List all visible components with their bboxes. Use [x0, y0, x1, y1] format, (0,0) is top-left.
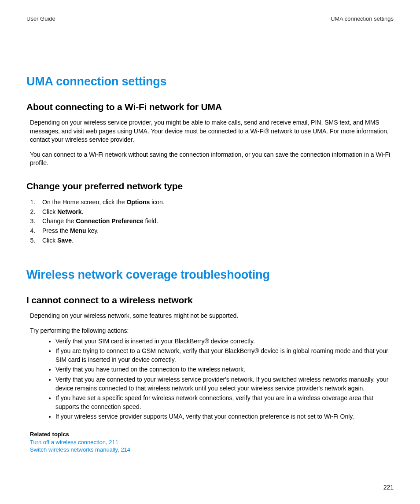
page-header: User Guide UMA connection settings [26, 15, 394, 22]
list-item: If you are trying to connect to a GSM ne… [55, 347, 394, 364]
document-page: User Guide UMA connection settings UMA c… [0, 0, 420, 504]
related-link[interactable]: Switch wireless networks manually, 214 [30, 446, 394, 454]
list-item: If your wireless service provider suppor… [55, 412, 394, 421]
troubleshoot-list: Verify that your SIM card is inserted in… [26, 337, 394, 421]
subheading-cannot-connect: I cannot connect to a wireless network [26, 295, 394, 305]
related-link[interactable]: Turn off a wireless connection, 211 [30, 438, 394, 446]
step-item: Change the Connection Preference field. [37, 217, 394, 226]
list-item: Verify that you are connected to your wi… [55, 375, 394, 393]
header-right: UMA connection settings [331, 15, 394, 22]
step-item: Click Save. [37, 236, 394, 246]
list-item: Verify that your SIM card is inserted in… [55, 337, 394, 346]
subheading-about-wifi-uma: About connecting to a Wi-Fi network for … [26, 102, 394, 112]
paragraph-about-2: You can connect to a Wi-Fi network witho… [26, 151, 394, 168]
list-item: Verify that you have turned on the conne… [55, 365, 394, 374]
paragraph-about-1: Depending on your wireless service provi… [26, 118, 394, 144]
section-title-troubleshooting: Wireless network coverage troubleshootin… [26, 268, 394, 282]
paragraph-trouble-1: Depending on your wireless network, some… [26, 312, 394, 320]
subheading-change-network-type: Change your preferred network type [26, 181, 394, 191]
page-number: 221 [383, 484, 394, 491]
related-topics-label: Related topics [30, 431, 394, 438]
section-title-uma: UMA connection settings [26, 75, 394, 88]
step-item: Click Network. [37, 207, 394, 217]
step-item: On the Home screen, click the Options ic… [37, 198, 394, 207]
step-item: Press the Menu key. [37, 226, 394, 236]
list-item: If you have set a specific speed for wir… [55, 394, 394, 411]
paragraph-trouble-2: Try performing the following actions: [26, 327, 394, 335]
steps-list: On the Home screen, click the Options ic… [26, 198, 394, 245]
header-left: User Guide [26, 15, 55, 22]
